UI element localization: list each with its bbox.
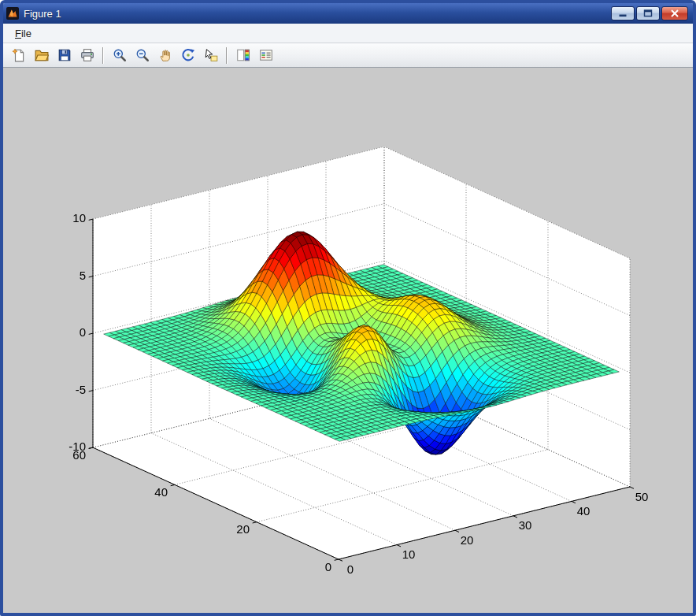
matlab-icon[interactable] bbox=[6, 7, 19, 20]
zoom-out-button[interactable] bbox=[131, 46, 153, 65]
zoom-in-icon bbox=[113, 48, 127, 62]
figure-window: Figure 1 File bbox=[0, 0, 696, 616]
window-controls bbox=[611, 6, 690, 20]
surface-plot[interactable] bbox=[3, 68, 693, 613]
data-cursor-button[interactable] bbox=[200, 46, 221, 65]
data-cursor-icon bbox=[204, 48, 218, 62]
new-figure-button[interactable] bbox=[8, 46, 29, 65]
insert-colorbar-button[interactable] bbox=[232, 46, 254, 65]
window-title: Figure 1 bbox=[24, 8, 61, 20]
open-file-button[interactable] bbox=[31, 46, 52, 65]
legend-icon bbox=[259, 48, 273, 62]
zoom-out-icon bbox=[135, 48, 150, 62]
floppy-disk-icon bbox=[57, 48, 72, 62]
open-folder-icon bbox=[35, 48, 49, 62]
new-figure-icon bbox=[12, 48, 26, 62]
menubar: File bbox=[3, 24, 693, 43]
rotate-3d-button[interactable] bbox=[177, 46, 198, 65]
save-figure-button[interactable] bbox=[54, 46, 75, 65]
menu-file[interactable]: File bbox=[9, 25, 37, 42]
pan-button[interactable] bbox=[154, 46, 176, 65]
print-figure-button[interactable] bbox=[76, 46, 98, 65]
figure-canvas-area bbox=[3, 68, 693, 613]
toolbar-separator bbox=[102, 47, 104, 64]
toolbar-separator bbox=[226, 47, 228, 64]
titlebar[interactable]: Figure 1 bbox=[3, 3, 693, 24]
maximize-button[interactable] bbox=[636, 6, 660, 20]
minimize-button[interactable] bbox=[611, 6, 635, 20]
printer-icon bbox=[80, 48, 94, 62]
zoom-in-button[interactable] bbox=[109, 46, 130, 65]
figure-toolbar bbox=[3, 43, 693, 68]
pan-hand-icon bbox=[158, 48, 172, 62]
close-button[interactable] bbox=[661, 6, 688, 20]
colorbar-icon bbox=[236, 48, 250, 62]
rotate-3d-icon bbox=[181, 48, 195, 62]
insert-legend-button[interactable] bbox=[255, 46, 276, 65]
